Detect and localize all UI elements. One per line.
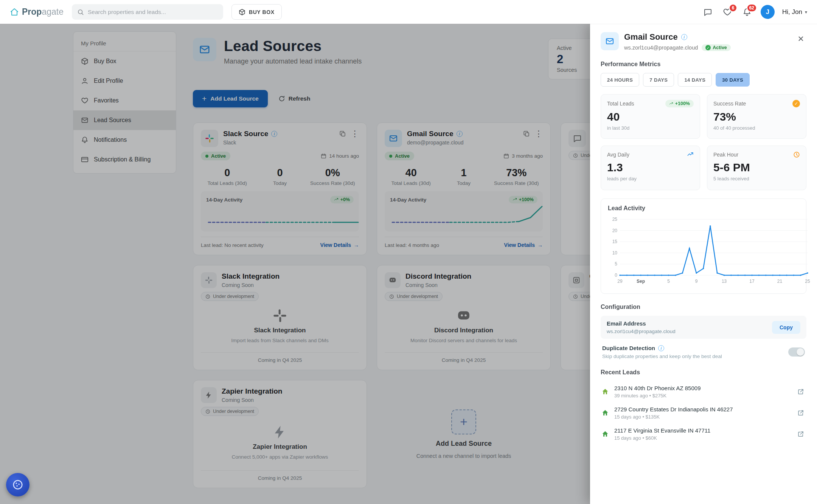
search-icon	[77, 9, 84, 16]
svg-text:13: 13	[722, 279, 727, 284]
svg-text:21: 21	[777, 279, 783, 284]
notifications-button[interactable]: 62	[741, 6, 753, 18]
svg-text:5: 5	[667, 279, 670, 284]
tab-24-hours[interactable]: 24 HOURS	[601, 73, 639, 87]
external-link-icon[interactable]	[796, 408, 806, 418]
metric-success-rate: Success Rate ✓ 73% 40 of 40 processed	[707, 94, 806, 139]
check-icon: ✓	[705, 45, 711, 50]
toggle-knob	[797, 348, 804, 356]
house-icon	[601, 430, 609, 438]
buy-box-button[interactable]: BUY BOX	[231, 4, 282, 20]
cookie-icon	[12, 479, 23, 490]
duplicate-detection-description: Skip duplicate properties and keep only …	[602, 354, 722, 359]
svg-text:5: 5	[615, 261, 617, 267]
chevron-down-icon: ▾	[805, 9, 807, 15]
trend-up-icon	[669, 102, 673, 106]
metric-total-leads: Total Leads +100% 40 in last 30d	[601, 94, 700, 139]
drawer-email: ws.zorl1cu4@propagate.cloud	[624, 45, 698, 51]
copy-button[interactable]: Copy	[772, 321, 800, 334]
avatar[interactable]: J	[761, 5, 775, 19]
trend-badge: +100%	[665, 100, 694, 107]
drawer-title: Gmail Source	[624, 32, 678, 42]
favorites-button[interactable]: 6	[721, 6, 733, 18]
user-menu[interactable]: Hi, Jon ▾	[782, 8, 807, 16]
logo-text-suffix: agate	[42, 7, 64, 17]
external-link-icon[interactable]	[796, 429, 806, 439]
gmail-icon	[601, 32, 619, 50]
clock-icon	[793, 151, 800, 158]
topbar: Propagate BUY BOX 6 62 J Hi, Jon ▾	[0, 0, 817, 24]
svg-text:25: 25	[612, 217, 618, 222]
email-address-row: Email Address ws.zorl1cu4@propagate.clou…	[601, 316, 806, 339]
search-input[interactable]	[88, 9, 218, 16]
svg-text:29: 29	[617, 279, 623, 284]
svg-text:25: 25	[805, 279, 810, 284]
favorites-badge: 6	[729, 4, 737, 12]
box-icon	[239, 9, 245, 16]
global-search[interactable]	[72, 4, 223, 20]
topbar-right: 6 62 J Hi, Jon ▾	[702, 5, 807, 19]
recent-lead-item[interactable]: 2729 Country Estates Dr Indianapolis IN …	[601, 402, 806, 423]
notifications-badge: 62	[747, 4, 757, 12]
lead-activity-card: Lead Activity 051015202529Sep5913172125	[601, 198, 806, 294]
external-link-icon[interactable]	[796, 387, 806, 397]
svg-text:17: 17	[749, 279, 755, 284]
recent-lead-item[interactable]: 2117 E Virginia St Evansville IN 47711 1…	[601, 423, 806, 445]
close-icon[interactable]: ✕	[795, 32, 806, 46]
configuration-section-title: Configuration	[601, 304, 806, 310]
chart-title: Lead Activity	[608, 205, 799, 212]
trend-up-icon	[687, 151, 694, 158]
duplicate-detection-toggle[interactable]	[788, 347, 805, 357]
svg-text:15: 15	[612, 239, 618, 244]
status-badge: ✓Active	[702, 44, 731, 51]
logo-house-icon	[10, 8, 19, 17]
svg-text:9: 9	[695, 279, 698, 284]
period-tabs: 24 HOURS 7 DAYS 14 DAYS 30 DAYS	[601, 73, 806, 87]
metric-avg-daily: Avg Daily 1.3 leads per day	[601, 146, 700, 190]
check-circle-icon: ✓	[792, 100, 800, 107]
duplicate-detection-label: Duplicate Detection	[602, 345, 655, 351]
tab-7-days[interactable]: 7 DAYS	[643, 73, 674, 87]
house-icon	[601, 388, 609, 395]
tab-14-days[interactable]: 14 DAYS	[678, 73, 712, 87]
recent-leads-section-title: Recent Leads	[601, 369, 806, 376]
svg-text:10: 10	[612, 250, 618, 256]
chat-icon	[703, 8, 712, 17]
metric-peak-hour: Peak Hour 5-6 PM 5 leads received	[707, 146, 806, 190]
duplicate-detection-row: Duplicate Detectioni Skip duplicate prop…	[601, 339, 806, 359]
gmail-source-drawer: Gmail Sourcei ws.zorl1cu4@propagate.clou…	[590, 24, 817, 504]
recent-lead-item[interactable]: 2310 N 40th Dr Phoenix AZ 85009 39 minut…	[601, 381, 806, 402]
app-logo[interactable]: Propagate	[10, 7, 64, 17]
logo-text-prefix: Prop	[22, 7, 42, 17]
lead-activity-chart: 051015202529Sep5913172125	[608, 216, 811, 286]
greeting-text: Hi, Jon	[782, 8, 802, 16]
buy-box-label: BUY BOX	[249, 9, 275, 15]
house-icon	[601, 409, 609, 417]
metrics-section-title: Performance Metrics	[601, 61, 806, 68]
tab-30-days[interactable]: 30 DAYS	[716, 73, 750, 87]
svg-text:0: 0	[615, 273, 617, 278]
info-icon[interactable]: i	[658, 345, 664, 351]
email-address-value: ws.zorl1cu4@propagate.cloud	[607, 329, 676, 334]
chat-button[interactable]	[702, 6, 714, 18]
cookie-consent-button[interactable]	[6, 473, 30, 496]
info-icon[interactable]: i	[681, 34, 687, 40]
svg-text:Sep: Sep	[637, 279, 645, 284]
svg-text:20: 20	[612, 228, 618, 233]
email-address-label: Email Address	[607, 320, 676, 327]
